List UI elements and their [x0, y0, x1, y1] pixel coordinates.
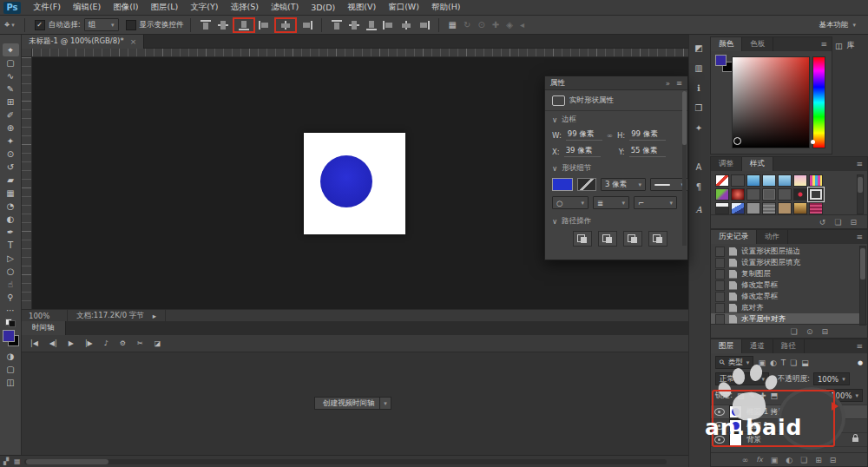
saturation-brightness-field[interactable] [732, 56, 810, 148]
collapsed-panel-icon-1[interactable]: ◩ [689, 43, 708, 53]
menu-layer[interactable]: 图层(L) [151, 2, 179, 13]
menu-filter[interactable]: 滤镜(T) [271, 2, 299, 13]
default-colors-icon[interactable] [5, 319, 16, 327]
show-transform-checkbox[interactable] [126, 20, 136, 30]
spot-heal-tool[interactable]: ⊕ [3, 122, 19, 135]
styles-scrollbar[interactable] [857, 174, 864, 214]
status-expand-icon[interactable]: ▸ [153, 312, 156, 320]
distribute-left-button[interactable] [383, 20, 395, 30]
history-step[interactable]: 复制图层 [711, 268, 860, 280]
panel-menu-icon[interactable]: ≡ [820, 40, 827, 49]
style-swatch[interactable] [715, 188, 729, 201]
new-style-icon[interactable]: ❏ [834, 218, 841, 227]
subtract-shape-button[interactable] [598, 231, 617, 247]
quick-mask-button[interactable]: ◑ [3, 350, 19, 363]
create-video-timeline-button[interactable]: 创建视频时间轴 [314, 397, 384, 410]
style-swatch[interactable] [778, 188, 792, 201]
tab-paths[interactable]: 路径 [773, 339, 805, 353]
pen-tool[interactable]: ✒ [3, 226, 19, 239]
brush-tool[interactable]: ✦ [3, 135, 19, 148]
style-swatch[interactable] [715, 202, 729, 214]
style-swatch[interactable] [809, 202, 823, 214]
stroke-align-dropdown[interactable]: ○▾ [552, 196, 589, 209]
collapsed-panel-icon-4[interactable]: ❒ [689, 103, 708, 113]
y-field[interactable]: 55 像素 [629, 146, 666, 157]
first-frame-icon[interactable]: |◀ [30, 339, 38, 347]
style-swatch[interactable] [793, 188, 807, 201]
menu-edit[interactable]: 编辑(E) [73, 2, 101, 13]
align-left-button[interactable] [259, 20, 271, 30]
workspace-switcher[interactable]: 基本功能▾ [819, 20, 856, 30]
delete-state-icon[interactable]: ⊟ [821, 327, 828, 336]
tab-styles[interactable]: 样式 [742, 157, 773, 171]
properties-scrollbar[interactable] [682, 91, 687, 246]
layer-mask-icon[interactable]: ▣ [771, 456, 779, 464]
history-scrollbar[interactable] [859, 246, 866, 326]
filter-smart-objects-icon[interactable]: ⬓ [801, 358, 809, 367]
color-cursor[interactable] [733, 137, 741, 145]
auto-align-layers-button[interactable]: ▦ [449, 20, 457, 30]
play-icon[interactable]: ▶ [69, 339, 74, 347]
menu-image[interactable]: 图像(I) [113, 2, 138, 13]
delete-style-icon[interactable]: ⊟ [850, 218, 857, 227]
zoom-tool[interactable]: ⚲ [3, 291, 19, 304]
menu-help[interactable]: 帮助(H) [431, 2, 461, 13]
panel-menu-icon[interactable]: ≡ [676, 79, 682, 88]
timeline-corner-icon-1[interactable]: ▞ [3, 457, 9, 465]
style-swatch[interactable] [809, 174, 823, 187]
blue-ellipse-shape[interactable] [320, 155, 372, 207]
stroke-corner-dropdown[interactable]: ⌐▾ [634, 196, 677, 209]
tab-actions[interactable]: 动作 [757, 230, 788, 244]
eraser-tool[interactable]: ▰ [3, 174, 19, 187]
tab-channels[interactable]: 通道 [742, 339, 773, 353]
marquee-tool[interactable]: ▢ [3, 56, 19, 69]
timeline-settings-icon[interactable]: ⚙ [120, 339, 126, 347]
style-swatch-none[interactable] [715, 174, 729, 187]
tab-swatches[interactable]: 色板 [742, 37, 773, 51]
style-swatch[interactable] [762, 188, 776, 201]
previous-frame-icon[interactable]: ◀| [49, 339, 57, 347]
x-field[interactable]: 39 像素 [564, 146, 601, 157]
opacity-value[interactable]: 100%▾ [813, 372, 850, 385]
intersect-shapes-button[interactable] [623, 231, 642, 247]
dodge-tool[interactable]: ◐ [3, 213, 19, 226]
lasso-tool[interactable]: ∿ [3, 69, 19, 82]
style-swatch-selected[interactable] [809, 188, 823, 201]
new-doc-from-state-icon[interactable]: ❏ [791, 327, 798, 336]
stroke-width-dropdown[interactable]: 3 像素▾ [601, 178, 646, 191]
adjustment-layer-icon[interactable]: ◐ [786, 456, 792, 464]
hue-slider-handle[interactable] [811, 140, 815, 144]
character-panel-icon[interactable]: A [689, 162, 708, 172]
auto-select-checkbox[interactable]: ✓ [35, 20, 45, 30]
move-tool[interactable]: ⌖ [3, 43, 19, 56]
libraries-collapsed-panel[interactable]: ◫ 库 [835, 40, 855, 51]
create-video-timeline-dropdown[interactable]: ▾ [379, 397, 391, 410]
hand-tool[interactable]: ☝ [3, 278, 19, 291]
new-group-icon[interactable]: ❏ [800, 456, 807, 464]
audio-icon[interactable]: ♪ [104, 339, 108, 347]
distribute-top-button[interactable] [331, 20, 343, 30]
horizontal-scrollbar-track[interactable] [24, 459, 667, 464]
style-swatch[interactable] [793, 202, 807, 214]
quick-select-tool[interactable]: ✎ [3, 82, 19, 95]
combine-shapes-button[interactable] [573, 231, 592, 247]
collapsed-panel-icon-2[interactable]: ▥ [689, 63, 708, 73]
section-chevron-icon[interactable]: ∨ [552, 164, 557, 173]
style-swatch[interactable] [793, 174, 807, 187]
timeline-corner-icon-2[interactable]: ▦ [14, 457, 21, 465]
color-panel-swatches[interactable] [715, 55, 733, 72]
filter-shape-layers-icon[interactable]: ❏ [790, 358, 797, 367]
document-tab[interactable]: 未标题-1 @ 100%(RGB/8)* × [22, 35, 144, 49]
collapsed-panel-icon-3[interactable]: ℹ [689, 83, 708, 93]
new-snapshot-icon[interactable]: ⊙ [806, 327, 813, 336]
align-bottom-button[interactable] [238, 20, 250, 30]
layer-effects-icon[interactable]: fx [756, 456, 763, 464]
type-tool[interactable]: T [3, 239, 19, 252]
blur-tool[interactable]: ◔ [3, 200, 19, 213]
panel-menu-icon[interactable]: ≡ [856, 160, 863, 168]
distribute-bottom-button[interactable] [365, 20, 378, 30]
history-step[interactable]: 底对齐 [711, 302, 860, 313]
style-swatch[interactable] [746, 202, 760, 214]
distribute-right-button[interactable] [418, 20, 430, 30]
tab-adjustments[interactable]: 调整 [711, 157, 742, 171]
